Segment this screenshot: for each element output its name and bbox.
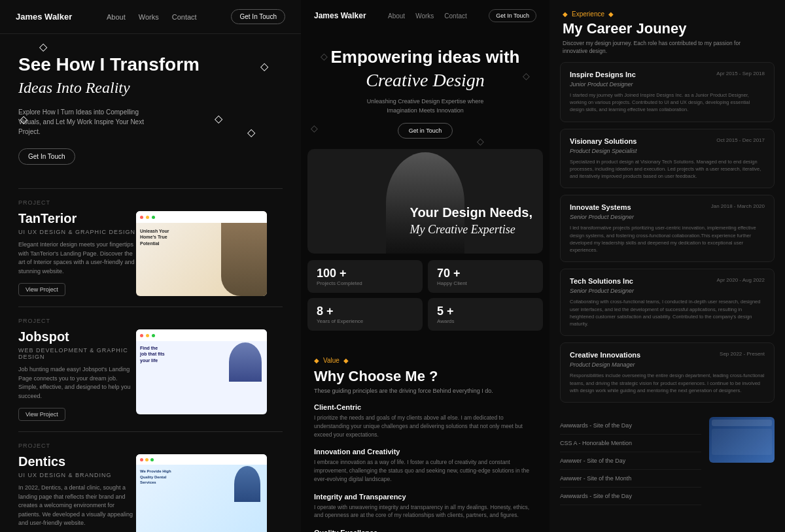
- stats-section: 100 + Projects Completed 70 + Happy Clie…: [301, 260, 550, 348]
- main-nav-about[interactable]: About: [107, 13, 126, 21]
- project-cta-2[interactable]: View Project: [18, 408, 65, 421]
- project-jobspot: PROJECT Jobspot WEB DEVELOPMENT & GRAPHI…: [0, 318, 301, 421]
- career-item-header-5: Creative Innovations Sep 2022 - Present: [570, 351, 765, 359]
- center-nav-work[interactable]: Works: [415, 12, 434, 20]
- career-item-desc-5: Responsibilities include overseeing the …: [570, 372, 765, 394]
- dot-green-2: [152, 334, 155, 337]
- award-item-5: Awwwards - Site of the Day: [560, 488, 701, 505]
- center-hero: ◇ ◇ ◇ ◇ Empowering ideas with Creative D…: [301, 31, 550, 139]
- career-dates-4: Apr 2020 - Aug 2022: [717, 277, 765, 283]
- project-mockup-2: Find thejob that fitsyour life: [136, 329, 267, 414]
- center-logo: James Walker: [314, 11, 366, 20]
- career-item-desc-3: I led transformative projects prioritizi…: [570, 224, 765, 254]
- diamond-3: ◇: [20, 113, 27, 125]
- project-title-3: Dentics: [18, 454, 141, 469]
- c-diamond-4: ◇: [477, 136, 484, 147]
- value-tag-text: Value: [323, 357, 340, 364]
- career-item-desc-1: I started my journey with Joined Inspire…: [570, 91, 765, 114]
- career-item-header-3: Innovate Systems Jan 2018 - March 2020: [570, 203, 765, 211]
- career-item-5: Creative Innovations Sep 2022 - Present …: [560, 342, 775, 403]
- main-hero-title: See How I Transform: [18, 54, 283, 76]
- center-nav-cta[interactable]: Get In Touch: [489, 9, 536, 22]
- career-item-header-4: Tech Solutions Inc Apr 2020 - Aug 2022: [570, 277, 765, 285]
- value-tag: ◆ Value ◆: [314, 357, 536, 364]
- mockup-content-3: We Provide HighQuality DentalServices: [136, 465, 267, 489]
- career-item-desc-4: Collaborating with cross-functional team…: [570, 298, 765, 327]
- stat-2: 70 + Happy Client: [428, 260, 543, 293]
- career-tag: ◆ Experience ◆: [563, 10, 772, 18]
- stat-label-4: Awards: [437, 318, 534, 324]
- center-hero-sub: Unleashing Creative Design Expertise whe…: [317, 97, 534, 115]
- design-needs-overlay: Your Design Needs, My Creative Expertise: [410, 205, 532, 243]
- career-company-2: Visionary Solutions: [570, 137, 637, 145]
- award-mockup-content: [712, 429, 772, 455]
- jobspot-figure: [229, 342, 262, 382]
- career-role-4: Senior Product Designer: [570, 288, 765, 294]
- value-item-desc-3: I operate with unwavering integrity and …: [314, 503, 536, 520]
- main-hero-cta[interactable]: Get In Touch: [18, 148, 75, 165]
- dot-red: [140, 216, 143, 219]
- value-sub: These guiding principles are the driving…: [314, 388, 536, 394]
- right-panel: ◆ Experience ◆ My Career Jouney Discover…: [550, 0, 785, 532]
- award-label-4: Awwwer - Site of the Month: [560, 475, 631, 482]
- career-title: My Career Jouney: [563, 20, 772, 37]
- career-company-5: Creative Innovations: [570, 351, 640, 359]
- main-nav-contact[interactable]: Contact: [172, 13, 197, 21]
- career-role-1: Junior Product Designer: [570, 81, 765, 88]
- career-dates-3: Jan 2018 - March 2020: [711, 203, 765, 209]
- award-label-2: CSS A - Honorable Mention: [560, 440, 632, 446]
- career-dates-1: Apr 2015 - Sep 2018: [716, 71, 765, 76]
- awards-row: Awwwards - Site of the Day CSS A - Honor…: [560, 417, 775, 505]
- stats-grid: 100 + Projects Completed 70 + Happy Clie…: [307, 260, 543, 331]
- awards-list: Awwwards - Site of the Day CSS A - Honor…: [560, 417, 701, 505]
- project-desc-1: Elegant Interior design meets your finge…: [18, 241, 136, 276]
- main-nav-links: About Works Contact: [107, 13, 197, 21]
- career-item-header-1: Inspire Designs Inc Apr 2015 - Sep 2018: [570, 71, 765, 78]
- value-item-4: Quality Excellence Quality is non-negoti…: [314, 529, 536, 532]
- main-nav-work[interactable]: Works: [139, 13, 159, 21]
- career-item-2: Visionary Solutions Oct 2015 - Dec 2017 …: [560, 129, 775, 189]
- award-item-4: Awwwer - Site of the Month: [560, 470, 701, 488]
- divider-1: [18, 188, 283, 189]
- career-dot-right: ◆: [608, 10, 614, 18]
- stat-1: 100 + Projects Completed: [307, 260, 423, 293]
- center-nav-contact[interactable]: Contact: [444, 12, 466, 20]
- career-header: ◆ Experience ◆ My Career Jouney Discover…: [550, 0, 785, 62]
- mockup-content-2: Find thejob that fitsyour life: [136, 341, 267, 367]
- career-role-2: Product Design Specialist: [570, 148, 765, 154]
- dot-red-2: [140, 334, 143, 337]
- career-role-5: Product Design Manager: [570, 361, 765, 368]
- main-page: James Walker About Works Contact Get In …: [0, 0, 301, 532]
- project-type-2: WEB DEVELOPMENT & GRAPHIC DESIGN: [18, 347, 141, 360]
- project-tanterior: PROJECT TanTerior UI UX DESIGN & GRAPHIC…: [0, 199, 301, 296]
- diamond-4: ◇: [247, 126, 255, 139]
- c-diamond-2: ◇: [523, 71, 530, 82]
- project-type-3: UI UX DESIGN & BRANDING: [18, 472, 141, 478]
- mockup-text-1: Unleash YourHome's TruePotential: [140, 228, 169, 246]
- award-item-1: Awwwards - Site of the Day: [560, 417, 701, 435]
- project-mockup-1: Unleash YourHome's TruePotential: [136, 211, 267, 296]
- dot-yellow-3: [145, 458, 148, 461]
- center-hero-cta[interactable]: Get in Touch: [398, 123, 453, 139]
- stat-label-2: Happy Client: [437, 280, 534, 286]
- career-item-3: Innovate Systems Jan 2018 - March 2020 S…: [560, 195, 775, 262]
- project-cta-1[interactable]: View Project: [18, 283, 65, 296]
- stat-label-1: Projects Completed: [317, 280, 413, 286]
- stat-label-3: Years of Experience: [317, 318, 413, 324]
- award-mockup: [709, 417, 775, 463]
- main-nav-cta[interactable]: Get In Touch: [231, 9, 285, 24]
- divider-2: [18, 307, 283, 307]
- career-dot-left: ◆: [563, 10, 568, 18]
- dot-red-3: [140, 458, 143, 461]
- project-row-3: Dentics UI UX DESIGN & BRANDING In 2022,…: [18, 454, 283, 532]
- career-item-desc-2: Specialized in product design at Visiona…: [570, 158, 765, 180]
- c-diamond-1: ◇: [321, 51, 328, 62]
- value-item-1: Client-Centric I prioritize the needs an…: [314, 403, 536, 439]
- design-needs-subtitle: My Creative Expertise: [410, 223, 532, 237]
- center-nav-about[interactable]: About: [388, 12, 405, 20]
- career-dates-5: Sep 2022 - Present: [720, 351, 765, 357]
- dot-green-3: [150, 458, 154, 461]
- design-needs-title: Your Design Needs,: [410, 205, 532, 220]
- career-company-4: Tech Solutions Inc: [570, 277, 633, 285]
- award-label-1: Awwwards - Site of the Day: [560, 422, 632, 429]
